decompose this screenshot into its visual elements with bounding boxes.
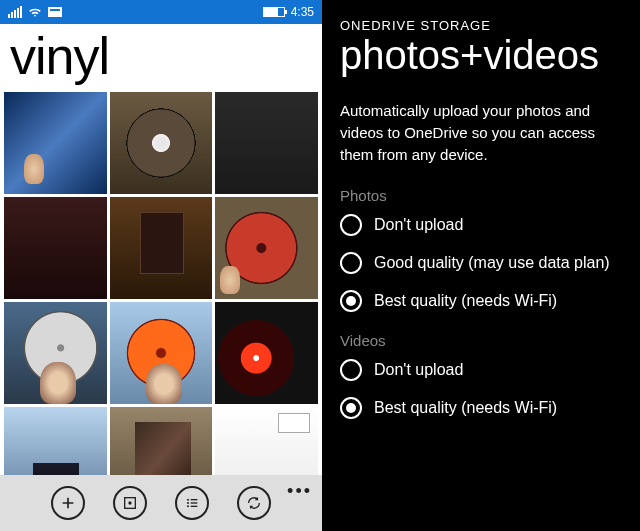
radio-icon [340, 290, 362, 312]
add-button[interactable] [51, 486, 85, 520]
photo-thumbnail[interactable] [215, 197, 318, 299]
radio-photos-dont-upload[interactable]: Don't upload [340, 214, 640, 236]
photos-group: Photos Don't upload Good quality (may us… [340, 187, 640, 312]
photo-thumbnail[interactable] [215, 407, 318, 475]
more-button[interactable]: ••• [287, 481, 312, 502]
svg-point-4 [187, 505, 189, 507]
photo-thumbnail[interactable] [110, 197, 213, 299]
svg-point-2 [187, 499, 189, 501]
photo-thumbnail[interactable] [110, 407, 213, 475]
settings-description: Automatically upload your photos and vid… [340, 100, 640, 165]
photo-grid[interactable] [0, 92, 322, 475]
photo-thumbnail[interactable] [110, 302, 213, 404]
radio-label: Best quality (needs Wi-Fi) [374, 292, 557, 310]
settings-title: photos+videos [340, 33, 640, 78]
radio-photos-best-quality[interactable]: Best quality (needs Wi-Fi) [340, 290, 640, 312]
photo-thumbnail[interactable] [215, 92, 318, 194]
status-bar: 4:35 [0, 0, 322, 24]
svg-point-3 [187, 502, 189, 504]
settings-header: ONEDRIVE STORAGE [340, 18, 640, 33]
photos-app-screen: 4:35 vinyl ••• [0, 0, 322, 531]
photo-thumbnail[interactable] [215, 302, 318, 404]
radio-label: Good quality (may use data plan) [374, 254, 610, 272]
radio-videos-dont-upload[interactable]: Don't upload [340, 359, 640, 381]
photo-thumbnail[interactable] [110, 92, 213, 194]
list-button[interactable] [175, 486, 209, 520]
photo-thumbnail[interactable] [4, 302, 107, 404]
radio-icon [340, 397, 362, 419]
radio-icon [340, 359, 362, 381]
radio-label: Don't upload [374, 361, 463, 379]
radio-label: Don't upload [374, 216, 463, 234]
radio-label: Best quality (needs Wi-Fi) [374, 399, 557, 417]
photo-thumbnail[interactable] [4, 407, 107, 475]
sync-button[interactable] [237, 486, 271, 520]
cell-signal-icon [8, 6, 22, 18]
radio-photos-good-quality[interactable]: Good quality (may use data plan) [340, 252, 640, 274]
app-bar: ••• [0, 475, 322, 531]
radio-icon [340, 214, 362, 236]
wifi-icon [28, 5, 42, 19]
select-button[interactable] [113, 486, 147, 520]
videos-group: Videos Don't upload Best quality (needs … [340, 332, 640, 419]
status-time: 4:35 [291, 5, 314, 19]
section-label-videos: Videos [340, 332, 640, 349]
svg-point-1 [128, 501, 131, 504]
onedrive-settings-screen: ONEDRIVE STORAGE photos+videos Automatic… [322, 0, 640, 531]
album-title: vinyl [0, 24, 322, 92]
notification-icon [48, 7, 62, 17]
battery-icon [263, 7, 285, 17]
radio-icon [340, 252, 362, 274]
section-label-photos: Photos [340, 187, 640, 204]
photo-thumbnail[interactable] [4, 197, 107, 299]
photo-thumbnail[interactable] [4, 92, 107, 194]
radio-videos-best-quality[interactable]: Best quality (needs Wi-Fi) [340, 397, 640, 419]
